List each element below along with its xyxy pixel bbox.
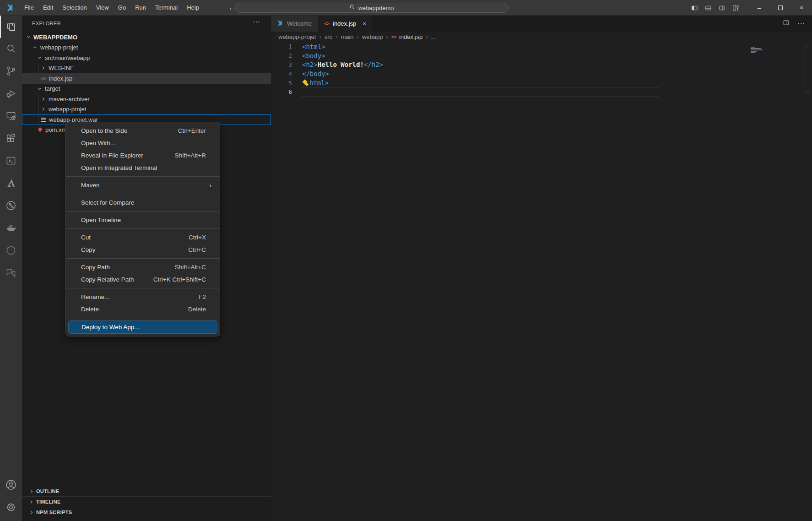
menu-view[interactable]: View xyxy=(92,0,114,16)
chevron-right-icon: › xyxy=(386,33,388,40)
line-number: 5 xyxy=(271,80,292,87)
tab-label: Welcome xyxy=(287,20,312,27)
sidebar-item-extensions[interactable] xyxy=(0,128,22,150)
account-icon xyxy=(5,478,17,493)
sidebar-item-azure[interactable] xyxy=(0,173,22,195)
tree-root-webappdemo[interactable]: WEBAPPDEMO xyxy=(22,32,271,43)
minimap[interactable] xyxy=(751,47,763,53)
chevron-right-icon xyxy=(39,67,47,69)
settings-button[interactable] xyxy=(0,497,22,519)
sidebar-item-git-graph[interactable] xyxy=(0,195,22,217)
docker-icon xyxy=(5,222,17,236)
title-bar: File Edit Selection View Go Run Terminal… xyxy=(0,0,812,16)
tab-welcome[interactable]: Welcome xyxy=(271,16,318,32)
maven-pin-icon xyxy=(36,127,44,133)
shortcut: Ctrl+K Ctrl+Shift+C xyxy=(153,276,206,283)
vscode-window: File Edit Selection View Go Run Terminal… xyxy=(0,0,812,521)
customize-layout-icon[interactable] xyxy=(729,0,742,16)
sidebar-item-explorer[interactable] xyxy=(0,16,22,38)
context-menu: Open to the Side Ctrl+Enter Open With...… xyxy=(65,122,220,336)
chevron-right-icon: › xyxy=(426,33,428,40)
code-line: 3 <h2>Hello World!</h2> xyxy=(271,60,812,70)
sidebar-item-run-debug[interactable] xyxy=(0,83,22,105)
sidebar-item-source-control[interactable] xyxy=(0,60,22,83)
toggle-secondary-sidebar-icon[interactable] xyxy=(715,0,729,16)
menu-item-maven[interactable]: Maven › xyxy=(66,179,220,191)
azure-icon xyxy=(5,177,17,191)
menu-item-reveal-in-file-explorer[interactable]: Reveal in File Explorer Shift+Alt+R xyxy=(66,149,220,162)
menu-item-copy-path[interactable]: Copy Path Shift+Alt+C xyxy=(66,261,220,273)
section-timeline[interactable]: TIMELINE xyxy=(22,496,271,507)
tab-index-jsp[interactable]: <> index.jsp × xyxy=(318,16,372,32)
menu-run[interactable]: Run xyxy=(130,0,151,16)
menu-help[interactable]: Help xyxy=(182,0,204,16)
sidebar-item-kubernetes[interactable] xyxy=(0,240,22,262)
menu-item-open-in-integrated-terminal[interactable]: Open in Integrated Terminal xyxy=(66,162,220,174)
remote-explorer-icon xyxy=(5,110,17,124)
indent-guide xyxy=(38,94,39,125)
breadcrumb-item[interactable]: main xyxy=(341,33,353,40)
breadcrumb-item[interactable]: webapp-projet xyxy=(278,33,316,40)
search-input[interactable]: webappdemo xyxy=(235,3,509,13)
section-npm-scripts[interactable]: NPM SCRIPTS xyxy=(22,507,271,517)
indent-guide xyxy=(38,63,39,83)
accounts-button[interactable] xyxy=(0,474,22,497)
menu-item-rename[interactable]: Rename... F2 xyxy=(66,291,220,303)
window-controls: – × xyxy=(687,0,812,16)
tree-item-src-main-webapp[interactable]: src\main\webapp xyxy=(22,53,271,63)
menu-item-cut[interactable]: Cut Ctrl+X xyxy=(66,231,220,244)
menu-selection[interactable]: Selection xyxy=(58,0,91,16)
editor-scrollbar[interactable] xyxy=(805,46,809,92)
shortcut: Shift+Alt+C xyxy=(175,264,206,271)
tree-item-webapp-projet-folder[interactable]: webapp-projet xyxy=(22,104,271,115)
menu-item-open-to-the-side[interactable]: Open to the Side Ctrl+Enter xyxy=(66,125,220,137)
split-editor-icon[interactable] xyxy=(782,19,790,28)
menu-item-deploy-to-web-app[interactable]: Deploy to Web App... xyxy=(68,320,217,334)
menu-item-copy[interactable]: Copy Ctrl+C xyxy=(66,244,220,256)
toggle-panel-icon[interactable] xyxy=(701,0,715,16)
chevron-right-icon xyxy=(27,501,35,503)
menu-edit[interactable]: Edit xyxy=(38,0,58,16)
maximize-button[interactable] xyxy=(770,0,791,16)
menu-item-delete[interactable]: Delete Delete xyxy=(66,303,220,315)
menu-item-select-for-compare[interactable]: Select for Compare xyxy=(66,196,220,209)
tree-item-index-jsp[interactable]: <> index.jsp xyxy=(22,73,271,84)
copilot-sparkle-icon[interactable] xyxy=(302,80,309,86)
sidebar-item-search[interactable] xyxy=(0,38,22,60)
explorer-more-actions-icon[interactable]: ⋯ xyxy=(253,17,260,26)
close-tab-icon[interactable]: × xyxy=(363,20,366,27)
sidebar-item-docker[interactable] xyxy=(0,217,22,240)
code-line: 4 </body> xyxy=(271,69,812,78)
menu-go[interactable]: Go xyxy=(114,0,130,16)
close-window-button[interactable]: × xyxy=(791,0,812,16)
menu-terminal[interactable]: Terminal xyxy=(151,0,182,16)
section-outline[interactable]: OUTLINE xyxy=(22,486,271,496)
jsp-file-icon: <> xyxy=(39,76,48,81)
file-tree: WEBAPPDEMO webapp-projet src\main\webapp… xyxy=(22,32,271,135)
code-editor[interactable]: 1 <html> 2 <body> 3 <h2>Hello World!</h2… xyxy=(271,42,812,97)
minimize-button[interactable]: – xyxy=(749,0,770,16)
sidebar-item-remote-explorer[interactable] xyxy=(0,105,22,128)
tree-item-maven-archiver[interactable]: maven-archiver xyxy=(22,94,271,104)
breadcrumb-item-file[interactable]: <> index.jsp xyxy=(391,33,422,40)
tab-label: index.jsp xyxy=(333,20,356,27)
breadcrumb-item[interactable]: ... xyxy=(431,33,436,40)
tree-item-target[interactable]: target xyxy=(22,84,271,94)
menu-item-open-timeline[interactable]: Open Timeline xyxy=(66,214,220,226)
line-number: 6 xyxy=(271,88,292,95)
toggle-sidebar-icon[interactable] xyxy=(687,0,701,16)
sidebar-item-terminal-view[interactable] xyxy=(0,150,22,173)
breadcrumb-item[interactable]: src xyxy=(325,33,332,40)
tree-item-web-inf[interactable]: WEB-INF xyxy=(22,63,271,74)
menu-separator xyxy=(66,176,220,177)
activity-bar xyxy=(0,16,22,521)
menu-item-open-with[interactable]: Open With... xyxy=(66,137,220,149)
sidebar-item-comments[interactable] xyxy=(0,262,22,285)
line-number: 3 xyxy=(271,61,292,68)
editor-more-actions-icon[interactable]: ⋯ xyxy=(797,19,805,28)
breadcrumb-item[interactable]: webapp xyxy=(362,33,383,40)
menu-item-copy-relative-path[interactable]: Copy Relative Path Ctrl+K Ctrl+Shift+C xyxy=(66,273,220,286)
chevron-right-icon: › xyxy=(319,33,321,40)
tree-item-webapp-projet[interactable]: webapp-projet xyxy=(22,43,271,53)
menu-file[interactable]: File xyxy=(20,0,38,16)
